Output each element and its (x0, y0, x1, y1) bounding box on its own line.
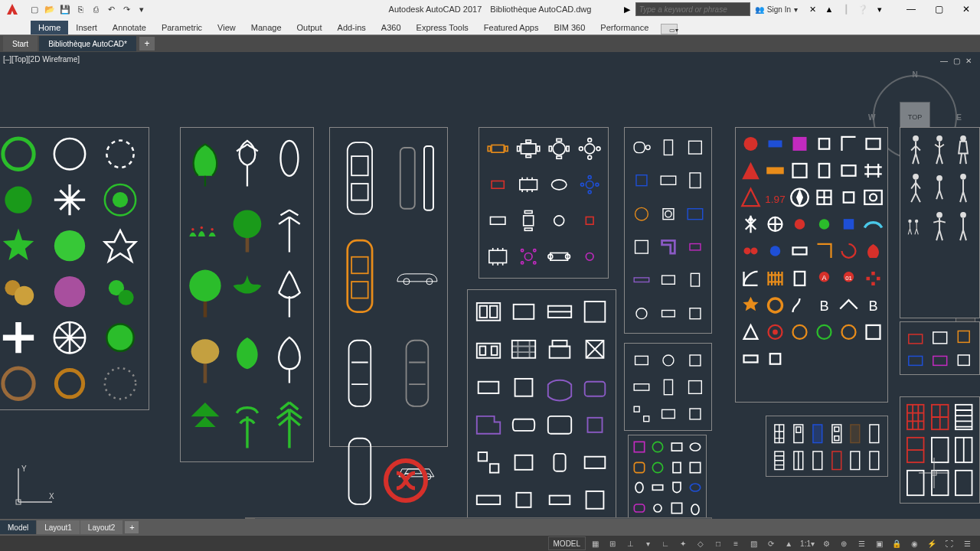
svg-rect-34 (351, 156, 368, 175)
ribbon-tab-performance[interactable]: Performance (593, 21, 656, 34)
qat-print-icon[interactable]: ⎙ (89, 2, 103, 16)
svg-rect-164 (634, 504, 644, 512)
svg-rect-83 (524, 216, 534, 226)
ribbon-tab-insert[interactable]: Insert (68, 21, 105, 34)
app-logo-icon[interactable] (0, 0, 24, 18)
layout-tab-add-button[interactable]: + (125, 521, 139, 533)
svg-rect-188 (843, 192, 854, 203)
user-icon: 👥 (755, 5, 764, 14)
svg-rect-56 (492, 145, 504, 153)
status-hardware-icon[interactable]: ⚡ (923, 536, 940, 550)
status-transparency-icon[interactable]: ▨ (745, 536, 762, 550)
svg-point-73 (596, 147, 600, 151)
svg-point-80 (580, 184, 583, 187)
status-quickprops-icon[interactable]: ▣ (871, 536, 887, 550)
status-lockui-icon[interactable]: 🔒 (888, 536, 905, 550)
search-play-icon[interactable]: ▶ (621, 3, 633, 15)
library-panel-doors (766, 416, 888, 477)
svg-point-72 (579, 147, 583, 151)
svg-rect-62 (526, 140, 531, 142)
svg-point-24 (191, 228, 194, 230)
svg-rect-108 (549, 347, 570, 358)
viewport-maximize-icon[interactable]: ▢ (951, 57, 962, 66)
svg-rect-213 (743, 356, 757, 363)
maximize-button[interactable]: ▢ (925, 0, 952, 18)
viewport-close-icon[interactable]: ✕ (963, 57, 974, 66)
layout-tab-layout2[interactable]: Layout2 (80, 520, 123, 534)
status-snap-icon[interactable]: ⊞ (604, 536, 621, 550)
status-dynamic-icon[interactable]: ▾ (639, 536, 656, 550)
qat-new-icon[interactable]: ▢ (28, 2, 41, 16)
status-grid-icon[interactable]: ▦ (586, 536, 603, 550)
viewcube-north[interactable]: N (912, 70, 917, 79)
status-annomonitor-icon[interactable]: ⊕ (835, 536, 852, 550)
close-button[interactable]: ✕ (952, 0, 980, 18)
svg-rect-145 (690, 355, 701, 366)
sign-in-button[interactable]: 👥 Sign In ▾ (755, 5, 798, 14)
viewport-label[interactable]: [–][Top][2D Wireframe] (3, 55, 80, 64)
qat-undo-icon[interactable]: ↶ (104, 2, 118, 16)
svg-point-196 (750, 248, 757, 255)
svg-point-158 (653, 462, 663, 472)
status-polar-icon[interactable]: ✦ (675, 536, 691, 550)
layout-tab-model[interactable]: Model (0, 520, 36, 534)
library-panel-trees-color (0, 127, 149, 410)
help-search-input[interactable] (635, 2, 750, 16)
status-workspace-icon[interactable]: ⚙ (818, 536, 835, 550)
ucs-icon[interactable]: Y X (11, 464, 57, 510)
status-units-icon[interactable]: ☰ (853, 536, 870, 550)
svg-point-93 (533, 262, 535, 264)
library-panel-tables (479, 127, 609, 279)
svg-point-13 (54, 276, 84, 307)
status-cycling-icon[interactable]: ⟳ (763, 536, 779, 550)
qat-open-icon[interactable]: 📂 (43, 2, 57, 16)
qat-dropdown-icon[interactable]: ▾ (135, 2, 149, 16)
svg-point-86 (554, 216, 564, 226)
file-tab-1[interactable]: Bibliothèque AutoCAD* (39, 36, 136, 51)
svg-point-30 (189, 270, 220, 302)
qat-redo-icon[interactable]: ↷ (119, 2, 133, 16)
ribbon-tab-home[interactable]: Home (31, 21, 68, 34)
status-infer-icon[interactable]: ⊥ (622, 536, 639, 550)
help-icon[interactable]: ❔ (857, 3, 869, 15)
status-isolate-icon[interactable]: ◉ (906, 536, 923, 550)
svg-point-15 (118, 290, 133, 305)
ribbon-tab-express-tools[interactable]: Express Tools (409, 21, 476, 34)
svg-rect-63 (526, 155, 531, 158)
viewport-minimize-icon[interactable]: — (939, 57, 949, 66)
svg-point-204 (768, 298, 782, 312)
status-scale-label[interactable]: 1:1▾ (798, 536, 817, 550)
status-iso-icon[interactable]: ◇ (692, 536, 709, 550)
qat-save-icon[interactable]: 💾 (58, 2, 72, 16)
minimize-button[interactable]: — (897, 0, 925, 18)
file-tab-add-button[interactable]: + (139, 37, 155, 51)
status-customize-icon[interactable]: ☰ (959, 536, 975, 550)
ribbon-tab-view[interactable]: View (210, 21, 243, 34)
ribbon-tab-bim-360[interactable]: BIM 360 (546, 21, 593, 34)
viewcube-west[interactable]: W (868, 113, 875, 122)
qat-saveas-icon[interactable]: ⎘ (74, 2, 87, 16)
file-tab-0[interactable]: Start (3, 36, 38, 51)
exchange-icon[interactable]: ✕ (806, 3, 818, 15)
status-osnap-icon[interactable]: □ (710, 536, 727, 550)
status-cleanscreen-icon[interactable]: ⛶ (941, 536, 958, 550)
status-lwt-icon[interactable]: ≡ (727, 536, 744, 550)
ribbon-tab-parametric[interactable]: Parametric (154, 21, 210, 34)
status-ortho-icon[interactable]: ∟ (657, 536, 674, 550)
ribbon-tab-output[interactable]: Output (289, 21, 330, 34)
autodesk-app-icon[interactable]: ▲ (823, 3, 835, 15)
modelspace-button[interactable]: MODEL (548, 536, 586, 550)
layout-tab-layout1[interactable]: Layout1 (37, 520, 80, 534)
ribbon-tab-manage[interactable]: Manage (243, 21, 289, 34)
status-annoscale-icon[interactable]: ▲ (780, 536, 797, 550)
ribbon-overflow-icon[interactable]: ▭▾ (661, 24, 678, 34)
drawing-canvas[interactable]: [–][Top][2D Wireframe] — ▢ ✕ TOP N S E W… (0, 52, 980, 519)
viewcube-east[interactable]: E (956, 113, 962, 122)
svg-point-26 (211, 228, 213, 230)
ribbon-tab-add-ins[interactable]: Add-ins (330, 21, 374, 34)
ribbon-tab-annotate[interactable]: Annotate (105, 21, 154, 34)
ribbon-tab-featured-apps[interactable]: Featured Apps (476, 21, 547, 34)
svg-rect-75 (520, 180, 537, 190)
ribbon-tab-a360[interactable]: A360 (374, 21, 409, 34)
help-chevron-icon[interactable]: ▾ (874, 3, 886, 15)
